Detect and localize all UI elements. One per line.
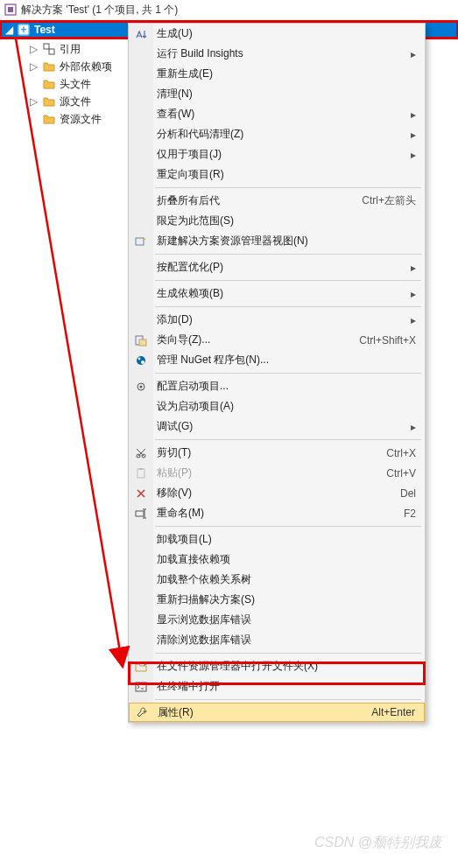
menu-manage-nuget[interactable]: 管理 NuGet 程序包(N)... bbox=[129, 350, 425, 370]
wrench-icon bbox=[134, 704, 150, 720]
project-context-menu: 生成(U) 运行 Build Insights▸ 重新生成(E) 清理(N) 查… bbox=[128, 23, 426, 723]
menu-add[interactable]: 添加(D)▸ bbox=[129, 310, 425, 330]
submenu-arrow-icon: ▸ bbox=[411, 288, 416, 300]
svg-rect-6 bbox=[49, 49, 54, 54]
svg-rect-19 bbox=[136, 511, 144, 516]
tree-label: 外部依赖项 bbox=[60, 60, 112, 74]
menu-separator bbox=[155, 526, 421, 527]
menu-scope-to-this[interactable]: 限定为此范围(S) bbox=[129, 211, 425, 231]
solution-title: 解决方案 'Test' (1 个项目, 共 1 个) bbox=[21, 3, 178, 18]
open-folder-icon bbox=[133, 659, 149, 675]
new-view-icon bbox=[133, 234, 149, 249]
rename-icon bbox=[133, 506, 149, 522]
svg-rect-18 bbox=[139, 468, 143, 470]
menu-new-explorer-view[interactable]: 新建解决方案资源管理器视图(N) bbox=[129, 231, 425, 251]
menu-open-in-terminal[interactable]: 在终端中打开 bbox=[129, 676, 425, 696]
submenu-arrow-icon: ▸ bbox=[411, 48, 416, 60]
solution-icon bbox=[4, 3, 18, 17]
menu-properties[interactable]: 属性(R)Alt+Enter bbox=[129, 703, 425, 722]
scissors-icon bbox=[133, 445, 149, 461]
menu-paste: 粘贴(P)Ctrl+V bbox=[129, 463, 425, 483]
menu-optimize-config[interactable]: 按配置优化(P)▸ bbox=[129, 257, 425, 277]
class-wizard-icon bbox=[133, 332, 149, 348]
menu-analyze[interactable]: 分析和代码清理(Z)▸ bbox=[129, 124, 425, 144]
menu-retarget[interactable]: 重定向项目(R) bbox=[129, 164, 425, 185]
svg-rect-1 bbox=[8, 7, 13, 12]
nuget-icon bbox=[133, 353, 149, 368]
menu-rebuild[interactable]: 重新生成(E) bbox=[129, 64, 425, 84]
menu-separator bbox=[155, 653, 421, 654]
chevron-right-icon[interactable]: ▷ bbox=[30, 95, 39, 108]
menu-show-db-errors[interactable]: 显示浏览数据库错误 bbox=[129, 610, 425, 630]
folder-icon bbox=[42, 60, 56, 74]
svg-rect-7 bbox=[136, 238, 144, 245]
menu-cut[interactable]: 剪切(T)Ctrl+X bbox=[129, 443, 425, 463]
submenu-arrow-icon: ▸ bbox=[411, 108, 416, 121]
menu-separator bbox=[155, 306, 421, 307]
svg-point-12 bbox=[141, 360, 144, 364]
submenu-arrow-icon: ▸ bbox=[411, 129, 416, 141]
folder-icon bbox=[42, 94, 56, 108]
menu-build-deps[interactable]: 生成依赖项(B)▸ bbox=[129, 284, 425, 304]
menu-configure-startup[interactable]: 配置启动项目... bbox=[129, 376, 425, 396]
references-icon bbox=[42, 42, 56, 56]
solution-title-row: 解决方案 'Test' (1 个项目, 共 1 个) bbox=[0, 0, 458, 19]
menu-load-direct-deps[interactable]: 加载直接依赖项 bbox=[129, 550, 425, 570]
gear-icon bbox=[133, 379, 149, 395]
chevron-right-icon[interactable]: ▷ bbox=[30, 60, 39, 73]
menu-separator bbox=[155, 699, 421, 700]
menu-project-only[interactable]: 仅用于项目(J)▸ bbox=[129, 144, 425, 164]
svg-rect-9 bbox=[139, 340, 146, 346]
menu-load-all-deps[interactable]: 加载整个依赖关系树 bbox=[129, 570, 425, 590]
tree-label: 源文件 bbox=[60, 94, 91, 109]
chevron-right-icon[interactable]: ▷ bbox=[30, 43, 39, 55]
menu-set-as-startup[interactable]: 设为启动项目(A) bbox=[129, 396, 425, 416]
menu-collapse-all[interactable]: 折叠所有后代Ctrl+左箭头 bbox=[129, 191, 425, 211]
menu-build-insights[interactable]: 运行 Build Insights▸ bbox=[129, 44, 425, 64]
menu-rename[interactable]: 重命名(M)F2 bbox=[129, 503, 425, 523]
menu-debug[interactable]: 调试(G)▸ bbox=[129, 416, 425, 437]
menu-separator bbox=[155, 187, 421, 188]
menu-view[interactable]: 查看(W)▸ bbox=[129, 104, 425, 124]
menu-separator bbox=[155, 254, 421, 255]
menu-rescan[interactable]: 重新扫描解决方案(S) bbox=[129, 590, 425, 610]
chevron-down-icon[interactable]: ◢ bbox=[5, 24, 13, 36]
tree-label: 资源文件 bbox=[60, 112, 102, 127]
clipboard-icon bbox=[133, 466, 149, 481]
folder-icon bbox=[42, 77, 56, 91]
terminal-icon bbox=[133, 679, 149, 695]
submenu-arrow-icon: ▸ bbox=[411, 262, 416, 274]
watermark: CSDN @颓特别我废 bbox=[314, 834, 442, 852]
svg-point-11 bbox=[138, 357, 141, 360]
svg-text:+: + bbox=[21, 24, 27, 36]
svg-rect-20 bbox=[136, 682, 146, 691]
delete-icon bbox=[133, 486, 149, 501]
svg-rect-5 bbox=[44, 44, 49, 49]
menu-separator bbox=[155, 439, 421, 440]
menu-build[interactable]: 生成(U) bbox=[129, 24, 425, 44]
submenu-arrow-icon: ▸ bbox=[411, 421, 416, 433]
svg-point-14 bbox=[140, 385, 143, 388]
svg-line-21 bbox=[16, 38, 123, 667]
menu-clear-db-errors[interactable]: 清除浏览数据库错误 bbox=[129, 630, 425, 650]
menu-clean[interactable]: 清理(N) bbox=[129, 84, 425, 104]
tree-label: 头文件 bbox=[60, 77, 91, 92]
tree-label: 引用 bbox=[60, 42, 81, 57]
submenu-arrow-icon: ▸ bbox=[411, 314, 416, 326]
menu-class-wizard[interactable]: 类向导(Z)...Ctrl+Shift+X bbox=[129, 330, 425, 350]
submenu-arrow-icon: ▸ bbox=[411, 149, 416, 161]
project-name: Test bbox=[34, 24, 55, 36]
menu-separator bbox=[155, 373, 421, 374]
menu-open-in-explorer[interactable]: 在文件资源管理器中打开文件夹(X) bbox=[129, 656, 425, 676]
menu-remove[interactable]: 移除(V)Del bbox=[129, 483, 425, 503]
csharp-project-icon: + bbox=[17, 23, 31, 37]
menu-unload[interactable]: 卸载项目(L) bbox=[129, 529, 425, 550]
svg-point-10 bbox=[137, 356, 145, 365]
menu-separator bbox=[155, 280, 421, 281]
build-icon bbox=[133, 26, 149, 42]
folder-icon bbox=[42, 112, 56, 126]
svg-rect-17 bbox=[137, 469, 144, 478]
